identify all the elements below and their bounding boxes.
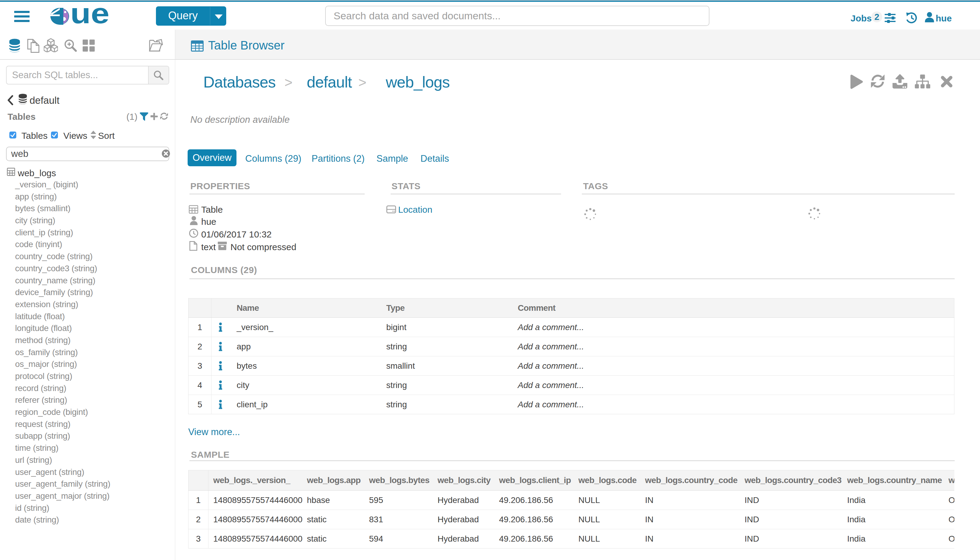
svg-text:ue: ue bbox=[70, 8, 110, 25]
